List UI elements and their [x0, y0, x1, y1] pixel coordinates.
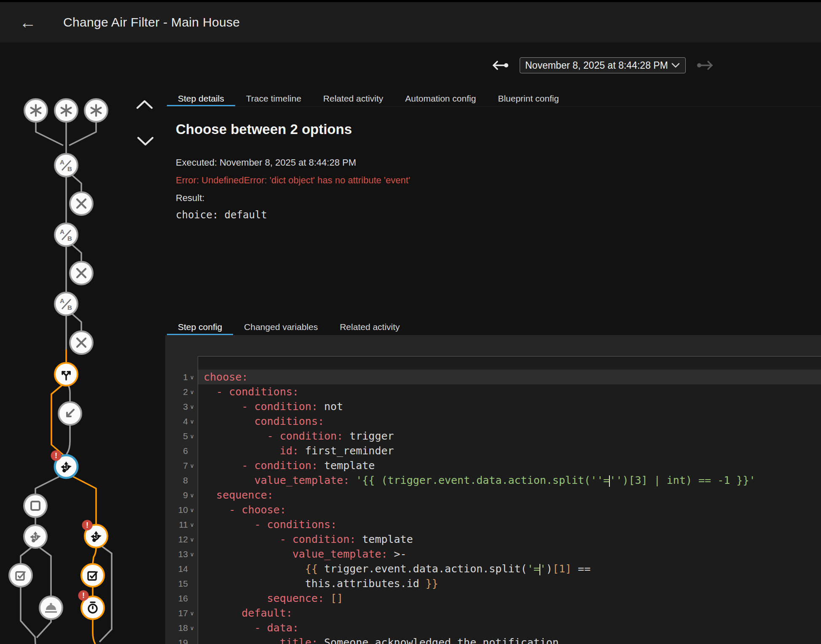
next-run-button[interactable]	[695, 59, 715, 73]
code-token	[204, 607, 241, 619]
code-line[interactable]: - condition: not	[198, 399, 821, 414]
stop-node[interactable]	[24, 494, 47, 517]
code-token	[204, 533, 280, 545]
code-token: '')[3] | int) == -1 }}'	[609, 474, 755, 486]
previous-run-button[interactable]	[491, 59, 510, 73]
code-line[interactable]: sequence:	[198, 488, 821, 502]
fold-chevron-icon[interactable]: ∨	[188, 536, 196, 543]
code-token: {{	[305, 563, 318, 575]
fold-chevron-icon[interactable]: ∨	[188, 433, 196, 440]
tab-trace-timeline[interactable]: Trace timeline	[235, 91, 312, 106]
fold-chevron-icon[interactable]: ∨	[188, 551, 196, 558]
code-token	[204, 563, 305, 575]
condition-action-node-left[interactable]	[9, 564, 32, 587]
code-line[interactable]: default:	[198, 606, 821, 620]
trace-detail-panel: Step details Trace timeline Related acti…	[165, 91, 821, 644]
fold-chevron-icon[interactable]: ∨	[188, 389, 196, 395]
line-number-row: 15	[165, 576, 198, 591]
fold-chevron-icon[interactable]: ∨	[188, 403, 196, 410]
condition-node-2[interactable]	[55, 223, 78, 246]
line-number-row: 17∨	[165, 606, 198, 620]
code-line[interactable]: title: Someone acknowledged the notifica…	[198, 635, 821, 644]
code-line[interactable]: - condition: trigger	[198, 429, 821, 443]
tab-step-details[interactable]: Step details	[167, 91, 235, 106]
condition-node-3[interactable]	[55, 292, 78, 315]
line-number: 1	[183, 372, 188, 382]
fold-chevron-icon[interactable]: ∨	[188, 462, 196, 469]
code-line[interactable]: value_template: >-	[198, 547, 821, 561]
move-down-button[interactable]	[138, 138, 153, 145]
exclamation-icon: !	[82, 591, 85, 600]
code-token: title:	[280, 636, 318, 644]
code-token	[204, 415, 254, 427]
line-number: 10	[178, 505, 188, 515]
line-number-row: 11∨	[165, 517, 198, 532]
fold-chevron-icon[interactable]: ∨	[188, 492, 196, 499]
code-line[interactable]: {{ trigger.event.data.action.split('=')[…	[198, 561, 821, 576]
stopped-node-1[interactable]	[70, 192, 93, 215]
condition-action-node-right[interactable]	[81, 564, 104, 587]
code-line[interactable]: sequence: []	[198, 591, 821, 606]
tab-config-related-activity[interactable]: Related activity	[329, 319, 410, 335]
fold-chevron-icon[interactable]: ∨	[188, 374, 196, 381]
trigger-node-2[interactable]	[55, 99, 78, 122]
tab-step-config[interactable]: Step config	[167, 319, 233, 335]
error-badge: !	[78, 590, 89, 601]
code-line[interactable]: - condition: template	[198, 532, 821, 547]
fold-chevron-icon[interactable]: ∨	[188, 418, 196, 425]
stopped-node-2[interactable]	[70, 262, 93, 284]
code-line[interactable]: conditions:	[198, 414, 821, 429]
code-token: >-	[388, 548, 407, 560]
fold-chevron-icon[interactable]: ∨	[188, 610, 196, 617]
run-picker-select[interactable]: November 8, 2025 at 8:44:28 PM	[520, 57, 686, 73]
fold-chevron-icon[interactable]: ∨	[188, 625, 196, 631]
exclamation-icon: !	[55, 451, 57, 460]
code-line[interactable]: - data:	[198, 620, 821, 635]
yaml-editor[interactable]: 1∨2∨3∨4∨5∨67∨89∨10∨11∨12∨13∨14151617∨18∨…	[165, 356, 821, 644]
code-token: not	[318, 400, 343, 413]
line-number-row: 16	[165, 591, 198, 606]
back-button[interactable]: ←	[19, 14, 38, 31]
tab-automation-config[interactable]: Automation config	[394, 91, 487, 106]
code-token	[204, 548, 292, 560]
step-config-section: 1∨2∨3∨4∨5∨67∨89∨10∨11∨12∨13∨14151617∨18∨…	[165, 335, 821, 644]
fold-chevron-icon[interactable]: ∨	[188, 521, 196, 528]
code-token: template	[356, 533, 413, 545]
code-token: choose:	[241, 504, 286, 516]
stopped-node-3[interactable]	[70, 331, 93, 354]
code-line[interactable]: - conditions:	[198, 384, 821, 399]
line-number-row: 3∨	[165, 399, 198, 414]
code-line[interactable]: - conditions:	[198, 517, 821, 532]
condition-node-1[interactable]	[55, 154, 78, 177]
service-call-node[interactable]	[40, 596, 62, 619]
line-number: 4	[183, 416, 188, 427]
tab-changed-variables[interactable]: Changed variables	[233, 319, 329, 335]
code-line[interactable]: value_template: '{{ (trigger.event.data.…	[198, 473, 821, 488]
line-number-row: 6	[165, 443, 198, 458]
yaml-editor-lines[interactable]: choose: - conditions: - condition: not c…	[198, 356, 821, 644]
tab-blueprint-config[interactable]: Blueprint config	[487, 91, 570, 106]
code-line[interactable]: - choose:	[198, 502, 821, 517]
line-number: 13	[178, 549, 188, 559]
line-number-row: 2∨	[165, 384, 198, 399]
trigger-node-1[interactable]	[24, 99, 47, 122]
option-node-arrow[interactable]	[59, 402, 81, 425]
code-line[interactable]: choose:	[198, 370, 821, 384]
error-badge: !	[51, 451, 62, 461]
code-token: conditions:	[254, 415, 324, 427]
code-line[interactable]: - condition: template	[198, 458, 821, 473]
choose-node-executed[interactable]	[55, 363, 78, 386]
fold-chevron-icon[interactable]: ∨	[188, 507, 196, 513]
code-token: -	[254, 518, 267, 531]
code-token: ==	[571, 563, 590, 575]
code-line[interactable]: id: first_reminder	[198, 443, 821, 458]
choose-node-left[interactable]	[24, 525, 47, 548]
trigger-node-3[interactable]	[85, 99, 107, 122]
code-line[interactable]: this.attributes.id }}	[198, 576, 821, 591]
line-number-row: 8	[165, 473, 198, 488]
code-token: )	[546, 563, 553, 575]
tab-related-activity[interactable]: Related activity	[312, 91, 394, 106]
move-up-button[interactable]	[137, 101, 152, 108]
code-token	[204, 459, 241, 472]
code-token: -	[267, 430, 280, 442]
